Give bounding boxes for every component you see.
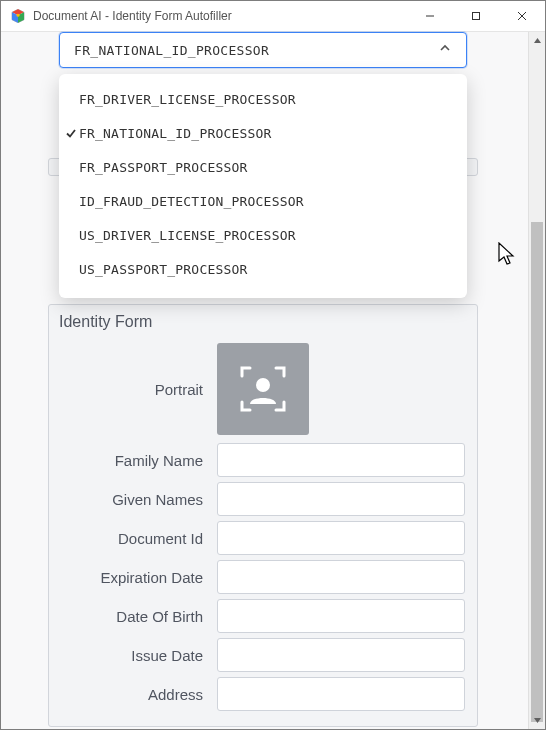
field-input[interactable] [217, 560, 465, 594]
mouse-cursor-icon [498, 242, 518, 272]
identity-form-title: Identity Form [49, 305, 477, 343]
portrait-scan-icon [236, 362, 290, 416]
field-input[interactable] [217, 443, 465, 477]
field-label: Date Of Birth [49, 608, 217, 625]
dropdown-option-label: ID_FRAUD_DETECTION_PROCESSOR [79, 194, 304, 209]
dropdown-selected[interactable]: FR_NATIONAL_ID_PROCESSOR [59, 32, 467, 68]
form-row: Address [49, 677, 477, 711]
field-input[interactable] [217, 638, 465, 672]
form-row: Document Id [49, 521, 477, 555]
vertical-scrollbar[interactable] [528, 32, 545, 729]
dropdown-option[interactable]: US_DRIVER_LICENSE_PROCESSOR [59, 218, 467, 252]
form-row: Expiration Date [49, 560, 477, 594]
minimize-button[interactable] [407, 1, 453, 31]
svg-point-5 [256, 378, 270, 392]
field-input[interactable] [217, 521, 465, 555]
svg-marker-6 [534, 38, 541, 43]
client-area: Identity Form Portrait Family NameGiven … [1, 32, 528, 729]
identity-form-panel: Identity Form Portrait Family NameGiven … [48, 304, 478, 727]
form-row: Date Of Birth [49, 599, 477, 633]
form-row: Given Names [49, 482, 477, 516]
portrait-row: Portrait [49, 343, 477, 435]
check-icon [63, 126, 79, 140]
field-label: Address [49, 686, 217, 703]
application-window: Document AI - Identity Form Autofiller I… [0, 0, 546, 730]
dropdown-option-label: FR_PASSPORT_PROCESSOR [79, 160, 248, 175]
field-label: Document Id [49, 530, 217, 547]
app-icon [9, 7, 27, 25]
dropdown-selected-text: FR_NATIONAL_ID_PROCESSOR [74, 43, 269, 58]
svg-marker-7 [534, 718, 541, 723]
window-title: Document AI - Identity Form Autofiller [33, 9, 407, 23]
field-label: Family Name [49, 452, 217, 469]
svg-point-0 [17, 14, 20, 17]
svg-rect-2 [473, 13, 480, 20]
scroll-up-button[interactable] [529, 32, 546, 49]
dropdown-option[interactable]: US_PASSPORT_PROCESSOR [59, 252, 467, 286]
scroll-thumb[interactable] [531, 222, 543, 722]
portrait-placeholder[interactable] [217, 343, 309, 435]
dropdown-list: FR_DRIVER_LICENSE_PROCESSORFR_NATIONAL_I… [59, 74, 467, 298]
field-input[interactable] [217, 482, 465, 516]
chevron-up-icon [438, 41, 452, 59]
field-label: Given Names [49, 491, 217, 508]
field-label: Issue Date [49, 647, 217, 664]
processor-dropdown[interactable]: FR_NATIONAL_ID_PROCESSOR FR_DRIVER_LICEN… [59, 32, 467, 298]
titlebar[interactable]: Document AI - Identity Form Autofiller [1, 1, 545, 32]
dropdown-option[interactable]: FR_PASSPORT_PROCESSOR [59, 150, 467, 184]
maximize-button[interactable] [453, 1, 499, 31]
dropdown-option-label: FR_NATIONAL_ID_PROCESSOR [79, 126, 272, 141]
form-row: Issue Date [49, 638, 477, 672]
form-row: Family Name [49, 443, 477, 477]
scroll-down-button[interactable] [529, 712, 546, 729]
field-input[interactable] [217, 599, 465, 633]
dropdown-option[interactable]: ID_FRAUD_DETECTION_PROCESSOR [59, 184, 467, 218]
dropdown-option-label: US_DRIVER_LICENSE_PROCESSOR [79, 228, 296, 243]
close-button[interactable] [499, 1, 545, 31]
dropdown-option[interactable]: FR_DRIVER_LICENSE_PROCESSOR [59, 82, 467, 116]
field-label: Expiration Date [49, 569, 217, 586]
dropdown-option-label: US_PASSPORT_PROCESSOR [79, 262, 248, 277]
dropdown-option-label: FR_DRIVER_LICENSE_PROCESSOR [79, 92, 296, 107]
portrait-label: Portrait [49, 381, 217, 398]
dropdown-option[interactable]: FR_NATIONAL_ID_PROCESSOR [59, 116, 467, 150]
field-input[interactable] [217, 677, 465, 711]
